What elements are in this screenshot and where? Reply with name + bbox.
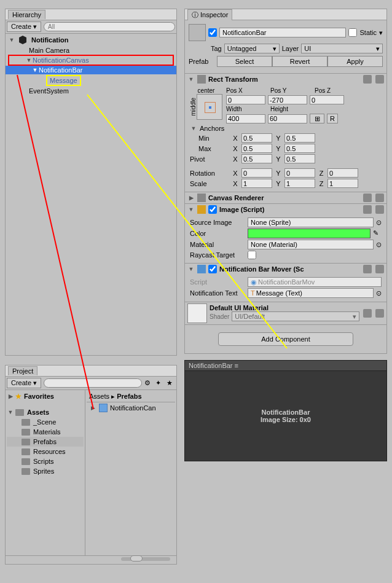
posx-field[interactable]: [226, 95, 265, 104]
material-field[interactable]: None (Material): [248, 240, 374, 249]
object-picker-icon[interactable]: ⊙: [376, 241, 382, 249]
notification-text-field[interactable]: TMessage (Text): [248, 288, 374, 298]
project-folder-scripts[interactable]: Scripts: [7, 456, 84, 466]
rot-x[interactable]: [241, 168, 272, 178]
breadcrumb-prefabs[interactable]: Prefabs: [117, 393, 141, 400]
foldout-icon: ▼: [8, 37, 15, 43]
raw-edit-button[interactable]: R: [327, 114, 338, 123]
foldout-icon: ▼: [7, 409, 14, 415]
component-title: Image (Script): [219, 206, 359, 213]
tag-dropdown[interactable]: Untagged▾: [224, 44, 280, 53]
gear-icon[interactable]: [375, 194, 384, 202]
hierarchy-item-message[interactable]: Message: [46, 75, 81, 86]
anchor-max-x[interactable]: [241, 144, 272, 153]
project-folder-materials[interactable]: Materials: [7, 427, 84, 437]
notification-bar-mover-component: ▼ Notification Bar Mover (Sc Script◉Noti…: [185, 264, 386, 302]
prefab-select-button[interactable]: Select: [217, 56, 272, 67]
project-folder-prefabs[interactable]: Prefabs: [7, 437, 84, 447]
anchor-preset-button[interactable]: [197, 94, 222, 120]
image-icon: [197, 205, 206, 214]
object-picker-icon[interactable]: ⊙: [376, 219, 382, 227]
eyedropper-icon[interactable]: ✎: [373, 229, 382, 238]
help-icon[interactable]: [363, 309, 372, 318]
source-image-field[interactable]: None (Sprite): [248, 217, 374, 227]
folder-icon: [22, 448, 30, 455]
preview-size: Image Size: 0x0: [261, 416, 311, 423]
layer-dropdown[interactable]: UI▾: [301, 44, 383, 53]
foldout-icon[interactable]: ▼: [187, 206, 195, 213]
folder-icon: [15, 409, 24, 416]
prefab-apply-button[interactable]: Apply: [327, 56, 383, 67]
scale-x[interactable]: [241, 179, 272, 188]
hierarchy-item-notification-canvas[interactable]: ▼NotificationCanvas: [8, 55, 174, 66]
project-folder-resources[interactable]: Resources: [7, 447, 84, 456]
project-item-prefab[interactable]: ▶ NotificationCan: [87, 402, 175, 413]
posy-field[interactable]: [268, 95, 307, 104]
scale-z[interactable]: [327, 179, 358, 188]
gear-icon[interactable]: [375, 309, 384, 318]
pivot-x[interactable]: [241, 154, 272, 163]
inspector-tab[interactable]: ⓘ Inspector: [187, 9, 232, 20]
project-create-button[interactable]: Create ▾: [7, 378, 41, 388]
static-checkbox[interactable]: [348, 28, 357, 37]
project-favorites[interactable]: ▶★Favorites: [7, 391, 84, 401]
width-field[interactable]: [226, 114, 265, 123]
anchor-min-y[interactable]: [284, 133, 315, 143]
hierarchy-create-button[interactable]: Create ▾: [7, 22, 41, 32]
filter-icon-2[interactable]: ✦: [155, 379, 164, 387]
gear-icon[interactable]: [375, 265, 384, 273]
help-icon[interactable]: [363, 205, 372, 214]
pivot-y[interactable]: [284, 154, 315, 163]
anchor-min-x[interactable]: [241, 133, 272, 143]
filter-icon[interactable]: ⚙: [144, 379, 153, 387]
project-folder-sprites[interactable]: Sprites: [7, 466, 84, 476]
hierarchy-tab[interactable]: Hierarchy: [8, 10, 45, 19]
rot-y[interactable]: [284, 168, 315, 178]
hierarchy-item-main-camera[interactable]: Main Camera: [6, 46, 176, 55]
foldout-icon[interactable]: ▶: [187, 195, 195, 201]
gameobject-name-field[interactable]: [219, 28, 346, 37]
script-enabled-checkbox[interactable]: [208, 265, 217, 273]
breadcrumb-assets[interactable]: Assets: [89, 393, 109, 400]
gameobject-active-checkbox[interactable]: [208, 28, 217, 37]
height-field[interactable]: [268, 114, 307, 123]
static-dropdown-icon[interactable]: ▾: [379, 29, 383, 37]
gear-icon[interactable]: [375, 75, 384, 84]
canvas-renderer-component: ▶ Canvas Renderer: [185, 192, 386, 204]
project-tab[interactable]: Project: [8, 366, 37, 375]
folder-icon: [22, 419, 30, 426]
add-component-button[interactable]: Add Component: [218, 332, 353, 346]
project-zoom-slider[interactable]: [121, 557, 170, 561]
color-field[interactable]: [248, 229, 370, 238]
shader-dropdown[interactable]: UI/Default▾: [232, 311, 359, 321]
favorite-icon[interactable]: ★: [167, 379, 175, 387]
image-enabled-checkbox[interactable]: [208, 205, 217, 214]
rot-z[interactable]: [327, 168, 358, 178]
blueprint-button[interactable]: ⊞: [310, 114, 324, 123]
project-folder-scene[interactable]: _Scene: [7, 417, 84, 427]
hierarchy-item-notification-bar[interactable]: ▼NotificationBar: [6, 66, 176, 74]
project-assets-root[interactable]: ▼Assets: [7, 407, 84, 417]
preview-header[interactable]: NotificationBar ≡: [185, 361, 386, 371]
foldout-icon[interactable]: ▼: [190, 125, 197, 131]
canvas-renderer-icon: [197, 194, 206, 202]
dropdown-arrow-icon: ▾: [33, 23, 37, 30]
scale-y[interactable]: [284, 179, 315, 188]
posz-field[interactable]: [310, 95, 344, 104]
foldout-icon[interactable]: ▼: [187, 266, 195, 272]
help-icon[interactable]: [363, 75, 372, 84]
hierarchy-scene-row[interactable]: ▼ Notification: [6, 34, 176, 46]
hierarchy-item-event-system[interactable]: EventSystem: [6, 87, 176, 95]
project-search-input[interactable]: [44, 378, 142, 388]
object-picker-icon[interactable]: ⊙: [376, 289, 382, 297]
script-field[interactable]: ◉NotificationBarMov: [248, 277, 382, 287]
raycast-checkbox[interactable]: [248, 251, 256, 259]
hierarchy-search-input[interactable]: [44, 22, 175, 31]
dropdown-arrow-icon: ▾: [376, 45, 380, 53]
prefab-revert-button[interactable]: Revert: [272, 56, 327, 67]
help-icon[interactable]: [363, 265, 372, 273]
help-icon[interactable]: [363, 194, 372, 202]
foldout-icon[interactable]: ▼: [187, 76, 195, 82]
gear-icon[interactable]: [375, 205, 384, 214]
anchor-max-y[interactable]: [284, 144, 315, 153]
